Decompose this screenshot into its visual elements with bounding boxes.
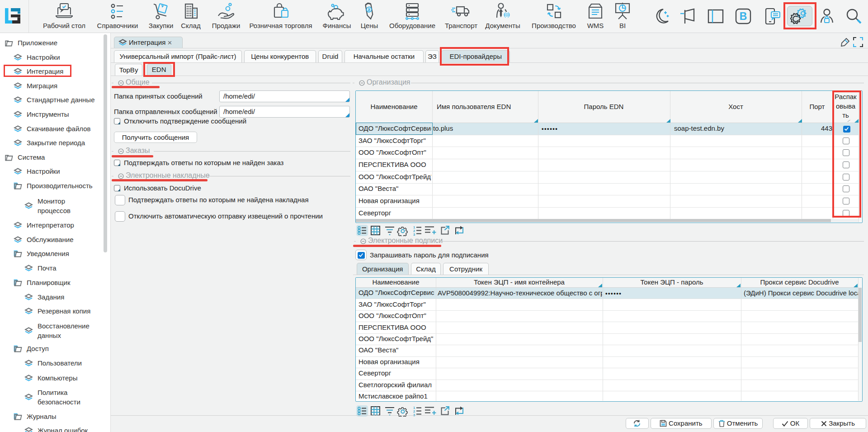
svg-text:3: 3 xyxy=(413,233,415,236)
svg-text:B: B xyxy=(740,10,747,22)
